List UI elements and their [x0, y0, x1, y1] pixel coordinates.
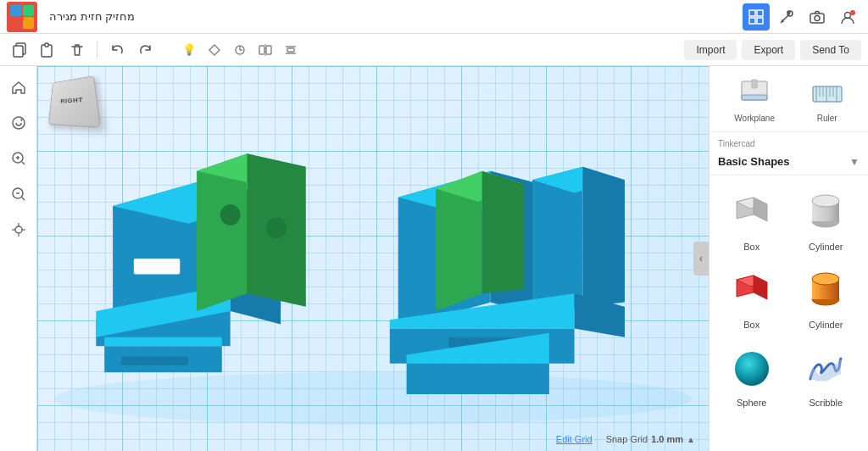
shape-preview-sphere-teal: [726, 343, 777, 394]
3d-scene: [37, 66, 709, 451]
viewport[interactable]: RIGHT: [37, 66, 709, 451]
svg-point-59: [735, 352, 769, 386]
hole-green-2: [266, 218, 287, 239]
shape-label-cylinder-gray: Cylinder: [809, 242, 843, 252]
export-button[interactable]: Export: [742, 40, 795, 60]
svg-rect-2: [749, 18, 755, 24]
snap-grid-value: 1.0 mm: [651, 434, 683, 444]
svg-rect-15: [266, 46, 271, 54]
top-nav-icons: [743, 3, 861, 31]
main-area: RIGHT: [0, 66, 868, 451]
svg-rect-3: [757, 18, 763, 24]
edit-grid-button[interactable]: Edit Grid: [556, 434, 593, 444]
redo-button[interactable]: [133, 37, 159, 63]
ruler-icon: [811, 78, 843, 110]
shape-label-cylinder-orange: Cylinder: [809, 320, 843, 330]
shape-item-cylinder-gray[interactable]: Cylinder: [791, 182, 862, 257]
camera-button[interactable]: [804, 3, 831, 31]
snap-grid-label: Snap Grid: [606, 434, 648, 444]
svg-line-27: [22, 198, 25, 200]
tinkercad-logo[interactable]: [7, 2, 37, 32]
document-title: מחזיק חזית מגירה: [49, 10, 135, 23]
shapes-group-label: Basic Shapes: [718, 155, 846, 168]
shape-preview-box-red: [726, 265, 777, 316]
svg-line-24: [22, 162, 25, 164]
tools-button[interactable]: [773, 3, 800, 31]
top-bar: מחזיק חזית מגירה: [0, 0, 868, 34]
delete-button[interactable]: [64, 37, 90, 63]
slot-blue-base: [121, 357, 188, 365]
shape-step-right-front: [407, 364, 549, 394]
second-toolbar: 💡 Import: [0, 34, 868, 66]
workplane-icon: [738, 78, 771, 110]
shapes-grid: Box: [709, 175, 868, 420]
view-icons: 💡: [179, 40, 301, 60]
zoom-out-button[interactable]: [4, 180, 33, 209]
fit-view-button[interactable]: [4, 215, 33, 244]
svg-rect-5: [810, 14, 824, 23]
shape-label-sphere-teal: Sphere: [737, 398, 766, 408]
svg-point-33: [54, 372, 692, 425]
grid-view-button[interactable]: [743, 3, 770, 31]
svg-point-20: [13, 117, 25, 129]
shape-item-cylinder-orange[interactable]: Cylinder: [791, 260, 862, 335]
svg-point-58: [812, 273, 839, 285]
shapes-selector[interactable]: Basic Shapes ▼: [709, 152, 868, 175]
shape-item-scribble[interactable]: Scribble: [791, 338, 862, 413]
account-button[interactable]: [834, 3, 861, 31]
svg-rect-14: [259, 46, 264, 54]
snap-grid-control[interactable]: Snap Grid 1.0 mm ▲: [606, 434, 695, 444]
workplane-label: Workplane: [734, 114, 775, 123]
svg-rect-1: [757, 10, 763, 16]
rotate-icon[interactable]: [230, 40, 250, 60]
svg-marker-54: [754, 276, 767, 299]
selector-arrow[interactable]: ▼: [849, 156, 860, 168]
viewport-info: Edit Grid Snap Grid 1.0 mm ▲: [556, 434, 695, 444]
shape-item-box-red[interactable]: Box: [716, 260, 787, 335]
right-panel-tools: Workplane Ruler: [709, 66, 868, 132]
ruler-tool[interactable]: Ruler: [804, 75, 850, 126]
hole-green-1: [220, 204, 241, 226]
copy-button[interactable]: [7, 37, 32, 63]
svg-point-28: [15, 226, 22, 233]
left-sidebar: [0, 66, 37, 451]
undo-button[interactable]: [104, 37, 130, 63]
svg-point-51: [812, 195, 839, 207]
panel-toggle[interactable]: ‹: [693, 242, 709, 276]
ruler-label: Ruler: [817, 114, 837, 123]
svg-rect-35: [742, 95, 767, 100]
mirror-icon[interactable]: [255, 40, 275, 60]
import-button[interactable]: Import: [684, 40, 737, 60]
home-button[interactable]: [4, 73, 33, 102]
svg-rect-36: [752, 80, 757, 88]
align-icon[interactable]: [281, 40, 301, 60]
svg-rect-12: [45, 43, 48, 47]
right-panel: Workplane Ruler T: [709, 66, 868, 451]
shape-preview-scribble: [800, 343, 851, 394]
paste-button[interactable]: [36, 37, 61, 63]
workplane-tool[interactable]: Workplane: [727, 75, 782, 126]
svg-marker-47: [754, 198, 767, 221]
svg-rect-18: [287, 48, 294, 52]
action-buttons: Import Export Send To: [684, 40, 861, 60]
svg-point-8: [850, 10, 855, 15]
svg-rect-0: [749, 10, 755, 16]
send-to-button[interactable]: Send To: [800, 40, 861, 60]
shape-preview-box-gray: [726, 187, 777, 238]
cutout-white-left: [134, 259, 180, 275]
zoom-in-button[interactable]: [4, 144, 33, 173]
shape-label-scribble: Scribble: [809, 398, 843, 408]
shape-preview-cylinder-gray: [800, 187, 851, 238]
snap-grid-arrow[interactable]: ▲: [687, 435, 695, 444]
svg-rect-37: [813, 86, 842, 102]
svg-point-6: [815, 15, 820, 20]
light-icon[interactable]: 💡: [179, 40, 199, 60]
shape-icon[interactable]: [204, 40, 225, 60]
shape-item-box-gray[interactable]: Box: [716, 182, 787, 257]
svg-rect-10: [14, 46, 23, 57]
shape-label-box-gray: Box: [743, 242, 760, 252]
reset-view-button[interactable]: [4, 109, 33, 137]
shape-item-sphere-teal[interactable]: Sphere: [716, 338, 787, 413]
shape-green-right-side: [482, 171, 525, 293]
shape-preview-cylinder-orange: [800, 265, 851, 316]
